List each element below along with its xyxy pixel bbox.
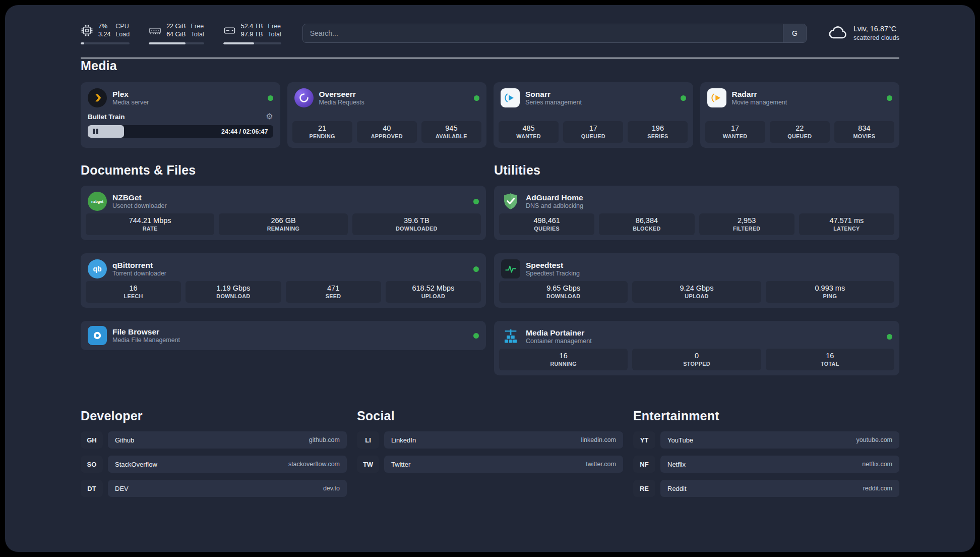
stat-tile: 16TOTAL (766, 349, 894, 370)
dashboard-window: 7% 3.24 CPU Load 22 GiB (5, 5, 975, 552)
qbittorrent-subtitle: Torrent downloader (112, 270, 166, 278)
stat-tile: 17QUEUED (563, 121, 623, 143)
nzbget-title: NZBGet (112, 193, 167, 202)
stat-tile: 498,461QUERIES (499, 213, 594, 235)
search-engine-button[interactable]: G (783, 24, 806, 42)
bookmark-netflix[interactable]: NF Netflixnetflix.com (633, 456, 899, 473)
documents-heading: Documents & Files (81, 163, 486, 178)
cpu-icon (81, 24, 93, 37)
bookmark-abbr: YT (633, 431, 655, 449)
ram-metric: 22 GiB 64 GiB Free Total (149, 22, 204, 44)
radarr-app-link[interactable]: Radarr Movie management (700, 82, 900, 107)
status-indicator (887, 334, 892, 340)
stat-tile: 618.52 MbpsUPLOAD (386, 281, 481, 303)
ram-total-value: 64 GiB (166, 30, 186, 38)
ram-free-label: Free (191, 22, 204, 30)
speedtest-icon (501, 259, 520, 278)
bookmark-github[interactable]: GH Githubgithub.com (81, 431, 347, 449)
bookmark-reddit[interactable]: RE Redditreddit.com (633, 480, 899, 497)
social-bookmarks: Social LI LinkedInlinkedin.com TW Twitte… (357, 409, 623, 473)
status-indicator (887, 95, 892, 101)
status-indicator (681, 95, 686, 101)
overseerr-subtitle: Media Requests (319, 99, 364, 107)
bookmark-youtube[interactable]: YT YouTubeyoutube.com (633, 431, 899, 449)
overseerr-icon (294, 88, 314, 107)
status-indicator (474, 95, 479, 101)
disk-free-value: 52.4 TB (241, 22, 263, 30)
nzbget-card: nzbget NZBGet Usenet downloader 744.21 M… (81, 186, 486, 240)
search-input[interactable] (303, 24, 783, 42)
nzbget-app-link[interactable]: nzbget NZBGet Usenet downloader (81, 186, 486, 211)
bookmark-dev[interactable]: DT DEVdev.to (81, 480, 347, 497)
bookmark-abbr: NF (633, 456, 655, 473)
status-indicator (268, 95, 273, 101)
overseerr-card: Overseerr Media Requests 21PENDING 40APP… (287, 82, 487, 148)
stat-tile: 9.24 GbpsUPLOAD (632, 281, 761, 303)
sonarr-app-link[interactable]: Sonarr Series management (494, 82, 693, 107)
ram-free-value: 22 GiB (166, 22, 186, 30)
stat-tile: 86,384BLOCKED (599, 213, 694, 235)
stat-tile: 9.65 GbpsDOWNLOAD (499, 281, 628, 303)
adguard-shield-icon (501, 192, 520, 211)
filebrowser-card: File Browser Media File Management (81, 321, 486, 350)
plex-title: Plex (112, 89, 149, 99)
adguard-card: AdGuard Home DNS and adblocking 498,461Q… (494, 186, 899, 240)
pause-icon[interactable] (93, 129, 98, 134)
bookmark-abbr: TW (357, 456, 379, 473)
status-indicator (473, 333, 479, 339)
playback-time: 24:44 / 02:06:47 (221, 128, 268, 135)
bookmark-stackoverflow[interactable]: SO StackOverflowstackoverflow.com (81, 456, 347, 473)
cpu-load-label: Load (115, 30, 130, 38)
stat-tile: 16LEECH (86, 281, 181, 303)
sonarr-card: Sonarr Series management 485WANTED 17QUE… (494, 82, 693, 148)
cpu-load-value: 3.24 (98, 30, 110, 38)
adguard-app-link[interactable]: AdGuard Home DNS and adblocking (494, 186, 899, 211)
bookmark-abbr: GH (81, 431, 103, 449)
qbittorrent-card: qb qBittorrent Torrent downloader 16LEEC… (81, 253, 486, 308)
bookmark-linkedin[interactable]: LI LinkedInlinkedin.com (357, 431, 623, 449)
filebrowser-title: File Browser (112, 327, 180, 337)
portainer-title: Media Portainer (526, 328, 592, 338)
stat-tile: 0.993 msPING (766, 281, 894, 303)
settings-gear-icon[interactable]: ⚙ (266, 113, 273, 121)
filebrowser-app-link[interactable]: File Browser Media File Management (81, 326, 486, 345)
playback-progress-bar[interactable]: 24:44 / 02:06:47 (88, 125, 273, 138)
system-metrics: 7% 3.24 CPU Load 22 GiB (81, 22, 281, 44)
stat-tile: 945AVAILABLE (421, 121, 481, 143)
stat-tile: 266 GBREMAINING (219, 213, 347, 235)
stat-tile: 22QUEUED (770, 121, 830, 143)
ram-icon (149, 24, 161, 37)
nzbget-icon: nzbget (88, 192, 107, 211)
portainer-app-link[interactable]: Media Portainer Container management (494, 321, 899, 346)
bookmark-abbr: SO (81, 456, 103, 473)
overseerr-app-link[interactable]: Overseerr Media Requests (287, 82, 487, 107)
speedtest-title: Speedtest (526, 260, 580, 270)
disk-metric: 52.4 TB 97.9 TB Free Total (223, 22, 281, 44)
cloud-icon (828, 22, 848, 44)
weather-condition: scattered clouds (853, 34, 899, 42)
stat-tile: 2,953FILTERED (699, 213, 794, 235)
bookmark-twitter[interactable]: TW Twittertwitter.com (357, 456, 623, 473)
plex-app-link[interactable]: Plex Media server (81, 82, 280, 107)
stat-tile: 1.19 GbpsDOWNLOAD (186, 281, 281, 303)
utilities-heading: Utilities (494, 163, 899, 178)
qbittorrent-app-link[interactable]: qb qBittorrent Torrent downloader (81, 253, 486, 278)
status-indicator (473, 199, 479, 204)
topbar: 7% 3.24 CPU Load 22 GiB (81, 22, 899, 44)
media-card-row: Plex Media server Bullet Train ⚙ 24:44 /… (81, 82, 899, 148)
bookmark-abbr: RE (633, 480, 655, 497)
nzbget-subtitle: Usenet downloader (112, 202, 167, 210)
speedtest-app-link[interactable]: Speedtest Speedtest Tracking (494, 253, 899, 278)
sonarr-subtitle: Series management (525, 99, 582, 107)
weather-widget: Lviv, 16.87°C scattered clouds (828, 22, 899, 44)
disk-total-value: 97.9 TB (241, 30, 263, 38)
weather-location-temp: Lviv, 16.87°C (853, 24, 899, 34)
stat-tile: 471SEED (286, 281, 381, 303)
radarr-title: Radarr (732, 89, 787, 99)
overseerr-title: Overseerr (319, 89, 364, 99)
ram-total-label: Total (191, 30, 204, 38)
filebrowser-icon (88, 326, 107, 345)
bookmark-abbr: LI (357, 431, 379, 449)
header-divider (81, 58, 899, 59)
cpu-label: CPU (115, 22, 130, 30)
